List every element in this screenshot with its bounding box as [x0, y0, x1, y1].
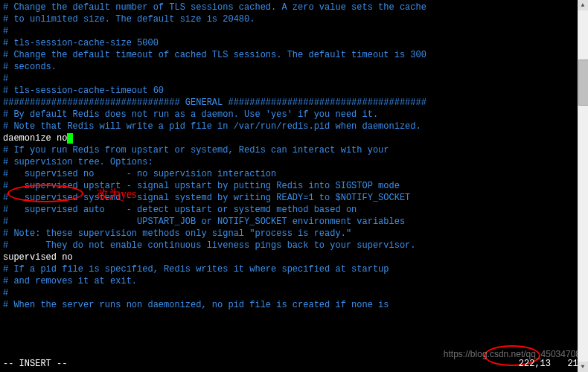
code-line: # When the server runs non daemonized, n…: [3, 299, 585, 311]
code-line: # supervised auto - detect upstart or sy…: [3, 204, 585, 216]
code-line: #: [3, 287, 585, 299]
code-line: # and removes it at exit.: [3, 275, 585, 287]
code-line: # UPSTART_JOB or NOTIFY_SOCKET environme…: [3, 216, 585, 228]
code-line: # They do not enable continuous liveness…: [3, 240, 585, 251]
code-line: # If a pid file is specified, Redis writ…: [3, 263, 585, 275]
code-line: daemonize no: [3, 132, 585, 144]
code-line: # If you run Redis from upstart or syste…: [3, 144, 585, 156]
annotation-text: 改为yes: [97, 188, 136, 200]
code-line: # seconds.: [3, 61, 585, 73]
code-line: # tls-session-cache-timeout 60: [3, 85, 585, 97]
code-line: # By default Redis does not run as a dae…: [3, 109, 585, 121]
code-line: ################################# GENERA…: [3, 97, 585, 109]
vertical-scrollbar[interactable]: ▲ ▼: [578, 0, 588, 372]
code-line: supervised no: [3, 251, 585, 263]
code-line: # to unlimited size. The default size is…: [3, 13, 585, 25]
code-line: # Note: these supervision methods only s…: [3, 228, 585, 240]
watermark: https://blog.csdn.net/qq_45034708: [444, 348, 581, 360]
mode-indicator: -- INSERT --: [3, 358, 67, 370]
editor-viewport[interactable]: # Change the default number of TLS sessi…: [0, 0, 588, 312]
code-line: # Note that Redis will write a pid file …: [3, 121, 585, 132]
scrollbar-up-arrow[interactable]: ▲: [578, 0, 588, 10]
scrollbar-thumb[interactable]: [578, 60, 588, 106]
code-line: #: [3, 73, 585, 85]
code-line: # supervision tree. Options:: [3, 156, 585, 168]
code-line: # supervised upstart - signal upstart by…: [3, 180, 585, 192]
text-cursor: [67, 133, 73, 144]
code-line: # supervised no - no supervision interac…: [3, 168, 585, 180]
code-line: #: [3, 25, 585, 37]
annotation-circle-1: [7, 185, 83, 202]
code-line: # Change the default number of TLS sessi…: [3, 1, 585, 13]
code-line: # Change the default timeout of cached T…: [3, 49, 585, 61]
code-line: # supervised systemd - signal systemd by…: [3, 192, 585, 204]
code-line: # tls-session-cache-size 5000: [3, 37, 585, 49]
scrollbar-down-arrow[interactable]: ▼: [578, 362, 588, 372]
